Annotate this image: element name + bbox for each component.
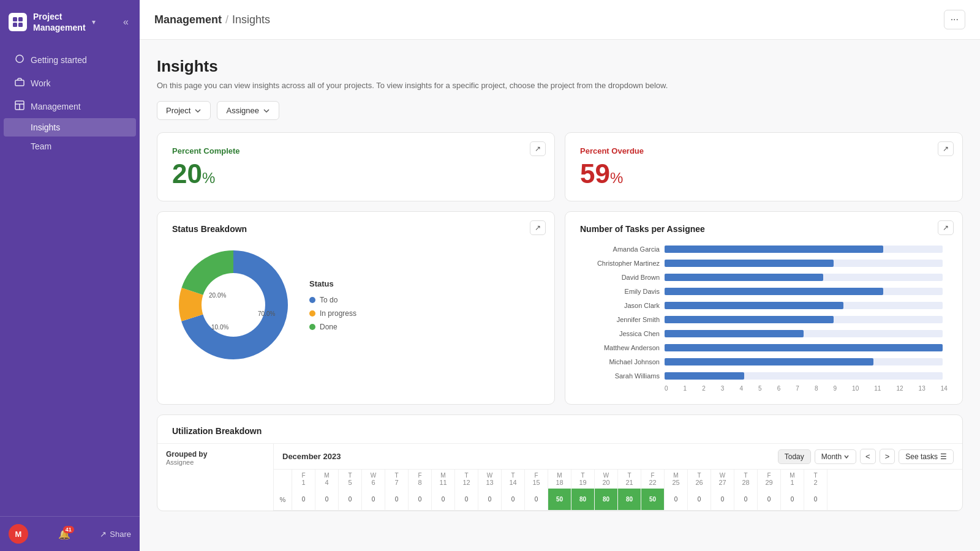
bar-track xyxy=(665,274,943,281)
bar-fill xyxy=(665,274,823,281)
axis-label: 14 xyxy=(941,385,948,392)
bar-fill xyxy=(665,260,834,267)
month-select-label: Month xyxy=(821,452,842,461)
utilization-controls: Grouped by Assignee xyxy=(166,450,207,466)
gantt-cell: 0 xyxy=(409,489,432,510)
month-display: December 2023 xyxy=(282,452,341,461)
utilization-header: Utilization Breakdown xyxy=(157,415,962,436)
gantt-day-col: M18 xyxy=(548,470,571,489)
sidebar-item-management[interactable]: Management xyxy=(4,95,136,118)
month-select-button[interactable]: Month xyxy=(815,449,856,464)
axis-label: 0 xyxy=(665,385,668,392)
assignee-filter-button[interactable]: Assignee xyxy=(217,101,279,120)
donut-chart: 20.0% 70.0% 10.0% xyxy=(172,244,295,366)
percent-overdue-expand-button[interactable]: ↗ xyxy=(938,141,954,156)
sidebar-footer: M 🔔 41 ↗ Share xyxy=(0,516,140,551)
axis-label: 2 xyxy=(702,385,706,392)
sidebar-item-getting-started[interactable]: Getting started xyxy=(4,48,136,71)
bar-row: Matthew Anderson xyxy=(580,342,943,353)
assignee-filter-label: Assignee xyxy=(226,106,258,115)
axis-label: 12 xyxy=(896,385,903,392)
bar-label: Sarah Williams xyxy=(580,372,660,380)
bar-label: Matthew Anderson xyxy=(580,344,660,351)
gantt-cell: 0 xyxy=(665,489,688,510)
bar-track xyxy=(665,344,943,351)
gantt-day-col: M4 xyxy=(315,470,339,489)
see-tasks-button[interactable]: See tasks ☰ xyxy=(899,449,954,464)
percent-complete-expand-button[interactable]: ↗ xyxy=(530,141,546,156)
status-breakdown-expand-button[interactable]: ↗ xyxy=(530,220,546,235)
legend-dot-inprogress xyxy=(309,310,315,317)
today-button[interactable]: Today xyxy=(778,449,811,464)
gantt-cell: 0 xyxy=(502,489,525,510)
bar-row: Amanda Garcia xyxy=(580,244,943,255)
bar-fill xyxy=(665,316,834,323)
charts-row: Status Breakdown ↗ xyxy=(157,211,963,405)
gantt-day-col: F15 xyxy=(525,470,548,489)
axis-label: 9 xyxy=(833,385,837,392)
bar-track xyxy=(665,288,943,295)
gantt-day-col: T26 xyxy=(688,470,711,489)
bar-fill xyxy=(665,372,744,380)
svg-text:10.0%: 10.0% xyxy=(211,324,228,331)
gantt-cell: 0 xyxy=(688,489,711,510)
axis-label: 7 xyxy=(796,385,799,392)
legend-dot-todo xyxy=(309,297,315,303)
bar-track xyxy=(665,330,943,337)
gantt-day-col: T5 xyxy=(339,470,362,489)
project-title: Project Management xyxy=(33,11,86,33)
sidebar-item-work[interactable]: Work xyxy=(4,72,136,94)
circle-icon xyxy=(15,54,24,66)
gantt-day-col: T28 xyxy=(734,470,758,489)
bar-row: Emily Davis xyxy=(580,286,943,297)
bar-chart-area: Amanda GarciaChristopher MartinezDavid B… xyxy=(580,244,948,381)
tasks-per-assignee-expand-button[interactable]: ↗ xyxy=(938,220,954,235)
axis-label: 10 xyxy=(852,385,859,392)
topbar-menu-button[interactable]: ··· xyxy=(944,10,965,29)
axis-label: 4 xyxy=(739,385,743,392)
axis-label: 11 xyxy=(874,385,881,392)
gantt-day-col: T21 xyxy=(618,470,641,489)
topbar: Management / Insights ··· xyxy=(140,0,980,40)
gantt-day-col: F8 xyxy=(409,470,432,489)
gantt-day-col: F22 xyxy=(641,470,665,489)
notifications-button[interactable]: 🔔 41 xyxy=(58,528,70,540)
bar-label: Jessica Chen xyxy=(580,330,660,337)
page-description: On this page you can view insights acros… xyxy=(157,81,963,90)
sidebar-item-label: Insights xyxy=(31,122,60,132)
gantt-row: %0000000000050808080500000000 xyxy=(274,489,962,511)
main-content: Management / Insights ··· Insights On th… xyxy=(140,0,980,551)
sidebar-collapse-button[interactable]: « xyxy=(121,14,131,30)
legend-item-inprogress: In progress xyxy=(309,309,356,318)
sidebar-nav: Getting started Work Management xyxy=(0,42,140,516)
svg-text:20.0%: 20.0% xyxy=(209,292,226,299)
gantt-cell: 0 xyxy=(711,489,734,510)
gantt-cell: 0 xyxy=(781,489,804,510)
breadcrumb: Management / Insights xyxy=(154,13,270,26)
gantt-cell: 0 xyxy=(362,489,385,510)
gantt-cell: 0 xyxy=(758,489,781,510)
percent-overdue-title: Percent Overdue xyxy=(580,146,948,156)
legend-label-todo: To do xyxy=(320,296,337,304)
sidebar-item-insights[interactable]: Insights xyxy=(4,118,136,137)
axis-label: 8 xyxy=(815,385,818,392)
gantt-day-col: T2 xyxy=(804,470,827,489)
share-label: Share xyxy=(110,530,131,539)
chevron-down-icon: ▾ xyxy=(92,18,96,26)
bar-fill xyxy=(665,330,804,337)
gantt-day-col: T14 xyxy=(502,470,525,489)
next-month-button[interactable]: > xyxy=(880,449,895,464)
donut-legend: Status To do In progress Done xyxy=(309,279,356,331)
sidebar-logo-area: Project Management ▾ xyxy=(9,11,96,33)
sidebar-item-team[interactable]: Team xyxy=(4,137,136,156)
bar-track xyxy=(665,246,943,253)
gantt-cell: 0 xyxy=(525,489,548,510)
gantt-cell: 50 xyxy=(548,489,571,510)
project-filter-button[interactable]: Project xyxy=(157,101,211,120)
gantt-cell: 0 xyxy=(339,489,362,510)
bar-row: Michael Johnson xyxy=(580,356,943,367)
content-area: Insights On this page you can view insig… xyxy=(140,40,980,551)
share-button[interactable]: ↗ Share xyxy=(100,530,131,539)
prev-month-button[interactable]: < xyxy=(860,449,876,464)
breadcrumb-current: Insights xyxy=(232,13,270,26)
